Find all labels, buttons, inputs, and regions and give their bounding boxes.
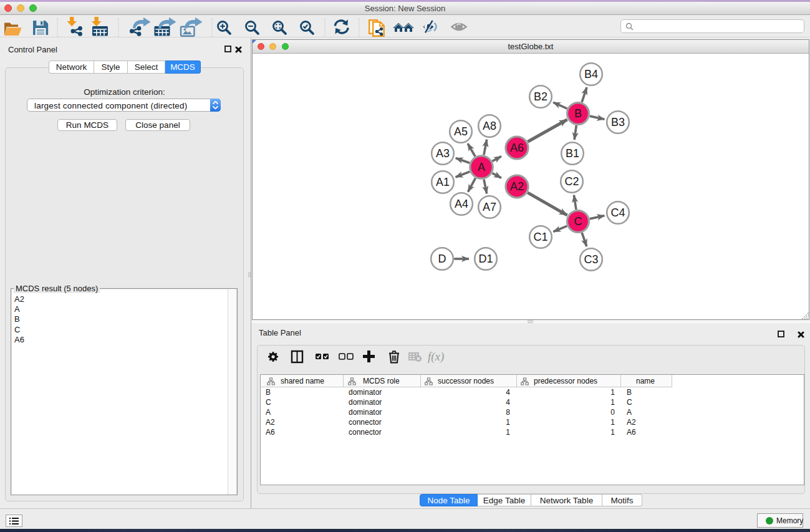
- svg-text:A1: A1: [436, 176, 450, 188]
- svg-text:A4: A4: [455, 198, 468, 210]
- svg-text:C3: C3: [584, 253, 598, 266]
- svg-text:B1: B1: [566, 147, 579, 160]
- svg-text:B: B: [574, 107, 582, 120]
- svg-text:A5: A5: [454, 125, 468, 138]
- svg-text:C2: C2: [564, 175, 579, 188]
- svg-text:A: A: [478, 161, 485, 173]
- svg-text:A8: A8: [483, 120, 496, 132]
- svg-text:C4: C4: [610, 206, 625, 219]
- svg-text:B2: B2: [534, 90, 547, 103]
- svg-text:C: C: [574, 215, 582, 228]
- svg-text:D: D: [438, 253, 446, 265]
- svg-text:B4: B4: [584, 68, 598, 80]
- svg-text:A6: A6: [510, 142, 524, 154]
- svg-text:D1: D1: [478, 253, 493, 265]
- svg-text:A3: A3: [436, 147, 450, 160]
- svg-text:A2: A2: [510, 180, 524, 193]
- svg-text:f(x): f(x): [428, 350, 444, 364]
- svg-text:B3: B3: [611, 116, 625, 128]
- svg-text:A7: A7: [483, 201, 496, 213]
- svg-text:C1: C1: [533, 231, 547, 243]
